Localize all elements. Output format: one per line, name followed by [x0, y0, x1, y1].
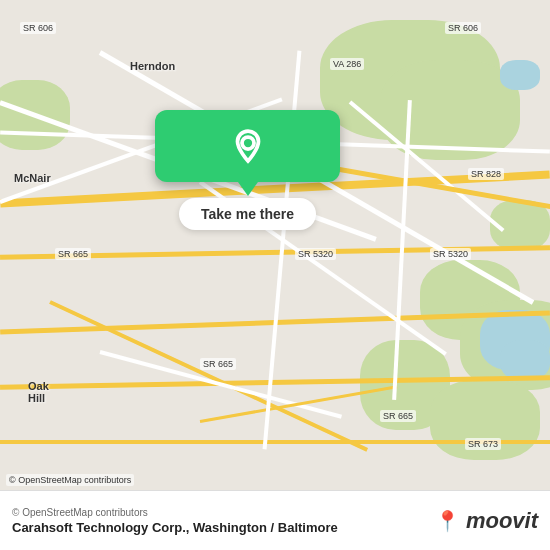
road-label: VA 286: [330, 58, 364, 70]
map-attribution: © OpenStreetMap contributors: [6, 474, 134, 486]
road-label: SR 606: [20, 22, 56, 34]
svg-point-0: [242, 137, 254, 149]
place-label: Oak Hill: [28, 380, 49, 404]
road-label: SR 673: [465, 438, 501, 450]
moovit-pin-icon: 📍: [435, 509, 460, 533]
road-label: SR 606: [445, 22, 481, 34]
road-label: SR 665: [200, 358, 236, 370]
place-label: Herndon: [130, 60, 175, 72]
take-me-there-button[interactable]: Take me there: [179, 198, 316, 230]
place-label: McNair: [14, 172, 51, 184]
water-area: [500, 340, 550, 380]
water-area: [500, 60, 540, 90]
osm-attribution: © OpenStreetMap contributors: [12, 507, 338, 518]
footer: © OpenStreetMap contributors Carahsoft T…: [0, 490, 550, 550]
road-label: SR 665: [55, 248, 91, 260]
moovit-brand-text: moovit: [466, 508, 538, 534]
road-label: SR 5320: [430, 248, 471, 260]
map: VA 286VA 286SR 606SR 606SR 828SR 665SR 5…: [0, 0, 550, 490]
road-label: SR 665: [380, 410, 416, 422]
footer-info: © OpenStreetMap contributors Carahsoft T…: [12, 507, 338, 535]
map-background: VA 286VA 286SR 606SR 606SR 828SR 665SR 5…: [0, 0, 550, 490]
road-label: SR 5320: [295, 248, 336, 260]
popup-bubble: [155, 110, 340, 182]
moovit-logo: 📍 moovit: [435, 508, 538, 534]
road-label: SR 828: [468, 168, 504, 180]
location-popup: Take me there: [155, 110, 340, 230]
location-pin-icon: [230, 128, 266, 164]
location-name: Carahsoft Technology Corp., Washington /…: [12, 520, 338, 535]
